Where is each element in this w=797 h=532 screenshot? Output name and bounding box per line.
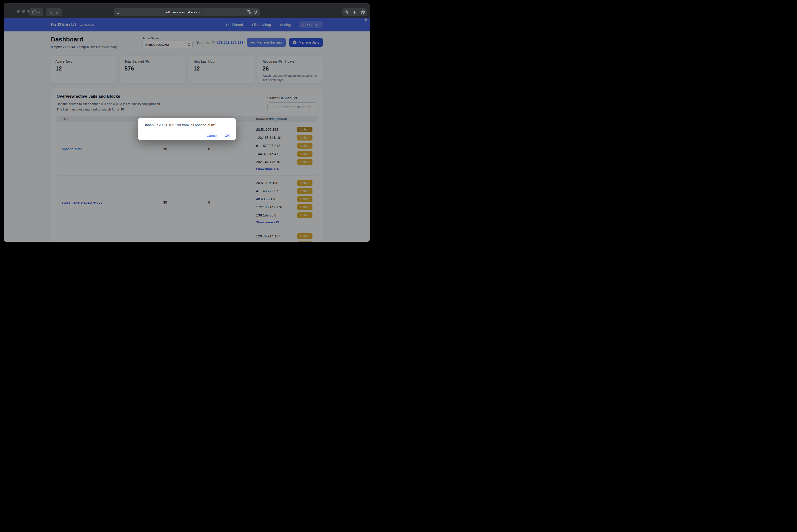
back-icon[interactable] bbox=[50, 11, 52, 14]
history-nav-buttons bbox=[46, 8, 62, 16]
svg-text:A: A bbox=[248, 11, 249, 13]
ok-button[interactable]: OK bbox=[224, 134, 230, 138]
browser-toolbar: fail2ban.swissmakers.corp A x bbox=[4, 3, 370, 18]
scrollbar-thumb[interactable] bbox=[365, 18, 366, 21]
cancel-button[interactable]: Cancel bbox=[207, 134, 217, 138]
toolbar-right-buttons bbox=[342, 8, 367, 16]
sidebar-toggle-button[interactable] bbox=[29, 8, 43, 16]
address-bar[interactable]: fail2ban.swissmakers.corp A x bbox=[114, 8, 260, 16]
forward-icon[interactable] bbox=[56, 11, 58, 14]
chevron-down-icon bbox=[38, 12, 40, 13]
sidebar-icon bbox=[32, 11, 36, 14]
translate-icon[interactable]: A x bbox=[247, 10, 252, 14]
share-icon[interactable] bbox=[345, 10, 348, 14]
browser-window: fail2ban.swissmakers.corp A x bbox=[4, 3, 370, 242]
window-controls[interactable] bbox=[17, 10, 30, 13]
url-text: fail2ban.swissmakers.corp bbox=[120, 11, 247, 14]
svg-text:x: x bbox=[250, 12, 251, 14]
new-tab-icon[interactable] bbox=[353, 11, 356, 14]
minimize-window-icon[interactable] bbox=[22, 10, 25, 13]
confirm-message: Unban IP 20.51.105.198 from jail apache-… bbox=[138, 118, 236, 127]
page-settings-icon[interactable] bbox=[116, 11, 120, 14]
reload-icon[interactable] bbox=[254, 11, 257, 14]
tab-overview-icon[interactable] bbox=[361, 11, 365, 14]
close-window-icon[interactable] bbox=[17, 10, 20, 13]
confirm-dialog: Unban IP 20.51.105.198 from jail apache-… bbox=[138, 118, 236, 140]
